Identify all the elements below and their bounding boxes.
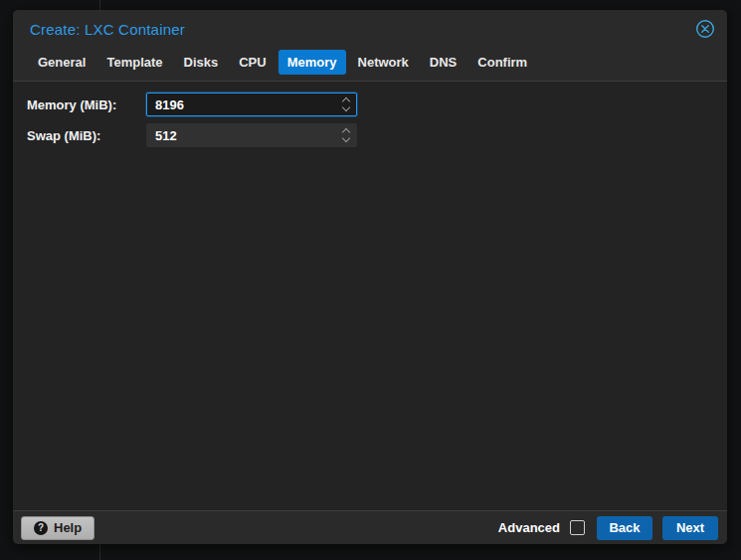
memory-input-value[interactable]: 8196 bbox=[147, 93, 336, 115]
close-icon[interactable] bbox=[695, 19, 715, 39]
memory-field-label: Memory (MiB): bbox=[27, 97, 146, 112]
tab-dns[interactable]: DNS bbox=[421, 50, 465, 75]
swap-row: Swap (MiB): 512 bbox=[27, 123, 727, 147]
memory-row: Memory (MiB): 8196 bbox=[27, 93, 727, 116]
tab-confirm[interactable]: Confirm bbox=[468, 50, 536, 75]
tab-cpu[interactable]: CPU bbox=[230, 50, 275, 75]
dialog-title: Create: LXC Container bbox=[30, 21, 695, 38]
tab-network[interactable]: Network bbox=[349, 50, 418, 75]
question-mark-icon: ? bbox=[34, 521, 48, 535]
spinner-down-icon[interactable] bbox=[342, 134, 350, 142]
background-divider-bottom bbox=[99, 544, 100, 560]
memory-spinner[interactable] bbox=[336, 93, 356, 115]
next-button[interactable]: Next bbox=[662, 516, 718, 540]
swap-spinner[interactable] bbox=[336, 124, 356, 146]
dialog-header: Create: LXC Container bbox=[13, 10, 727, 48]
dialog-footer: ? Help Advanced Back Next bbox=[13, 511, 727, 544]
memory-settings-panel: Memory (MiB): 8196 Swap (MiB): 512 bbox=[13, 81, 727, 511]
tab-disks[interactable]: Disks bbox=[175, 50, 228, 75]
create-lxc-container-dialog: Create: LXC Container General Template D… bbox=[13, 10, 727, 544]
advanced-checkbox[interactable] bbox=[570, 520, 585, 535]
tab-memory[interactable]: Memory bbox=[278, 50, 346, 75]
swap-input[interactable]: 512 bbox=[146, 123, 357, 147]
tab-bar: General Template Disks CPU Memory Networ… bbox=[13, 48, 727, 81]
swap-input-value[interactable]: 512 bbox=[147, 124, 336, 146]
advanced-label: Advanced bbox=[498, 520, 560, 535]
memory-input[interactable]: 8196 bbox=[146, 93, 357, 116]
tab-template[interactable]: Template bbox=[97, 50, 171, 75]
help-button[interactable]: ? Help bbox=[21, 516, 94, 540]
background-divider-top bbox=[99, 0, 100, 10]
tab-general[interactable]: General bbox=[29, 50, 94, 75]
back-button[interactable]: Back bbox=[597, 516, 652, 540]
swap-field-label: Swap (MiB): bbox=[27, 128, 146, 143]
help-button-label: Help bbox=[54, 520, 82, 535]
spinner-down-icon[interactable] bbox=[342, 103, 350, 111]
